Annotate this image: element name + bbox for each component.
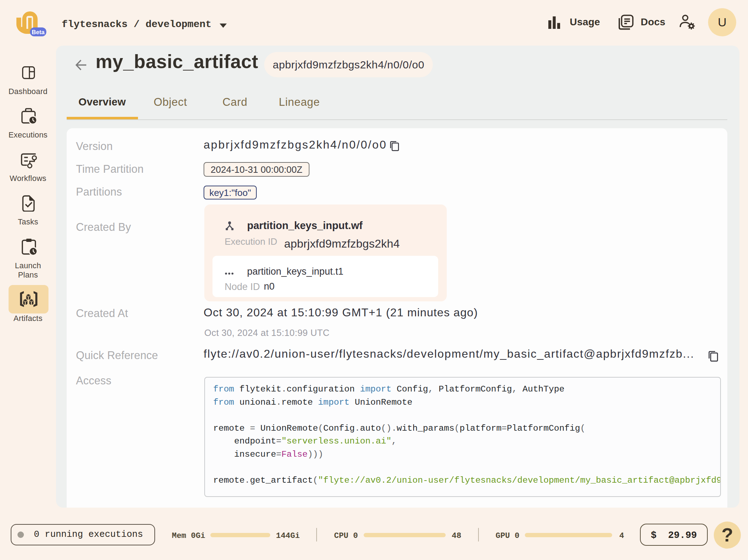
- svg-text:Beta: Beta: [32, 29, 45, 35]
